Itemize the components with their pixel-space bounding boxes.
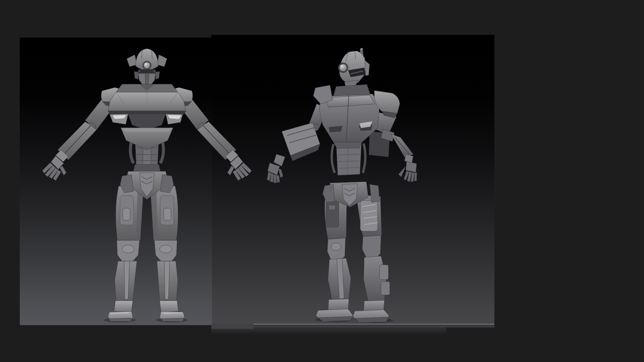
- top-strip: [0, 0, 644, 4]
- front-figure-geometry: [42, 49, 252, 322]
- model-front-view[interactable]: [40, 45, 255, 323]
- three-quarter-figure-geometry: [267, 48, 417, 323]
- canvas-under-notch: [211, 324, 253, 329]
- model-three-quarter-view[interactable]: [262, 44, 436, 325]
